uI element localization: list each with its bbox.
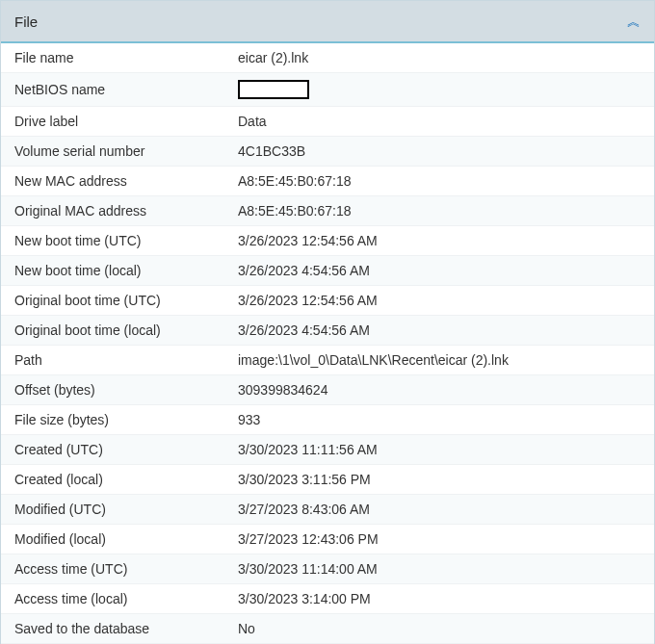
property-value: eicar (2).lnk (224, 43, 654, 72)
property-row: File size (bytes)933 (1, 405, 654, 435)
property-row: File nameeicar (2).lnk (1, 43, 654, 73)
property-label: Access time (local) (1, 584, 224, 613)
property-label: Original MAC address (1, 196, 224, 225)
property-value: A8:5E:45:B0:67:18 (224, 196, 654, 225)
property-value: 3/26/2023 12:54:56 AM (224, 286, 654, 315)
file-panel: File ︽ File nameeicar (2).lnkNetBIOS nam… (0, 0, 655, 644)
property-label: New boot time (UTC) (1, 226, 224, 255)
property-value: 3/30/2023 3:14:00 PM (224, 584, 654, 613)
collapse-icon[interactable]: ︽ (627, 14, 641, 28)
property-label: Created (local) (1, 465, 224, 494)
property-value: image:\1\vol_0\Data\LNK\Recent\eicar (2)… (224, 346, 654, 374)
property-label: Offset (bytes) (1, 375, 224, 404)
property-row: Modified (UTC)3/27/2023 8:43:06 AM (1, 495, 654, 525)
property-label: Volume serial number (1, 137, 224, 166)
panel-header[interactable]: File ︽ (1, 1, 654, 43)
redacted-box (238, 80, 309, 99)
property-label: Modified (local) (1, 525, 224, 554)
property-row: New boot time (UTC)3/26/2023 12:54:56 AM (1, 226, 654, 256)
property-value: 3/30/2023 11:14:00 AM (224, 554, 654, 583)
property-rows: File nameeicar (2).lnkNetBIOS nameDrive … (1, 43, 654, 644)
property-row: Saved to the databaseNo (1, 614, 654, 644)
property-label: New MAC address (1, 167, 224, 195)
property-value: A8:5E:45:B0:67:18 (224, 167, 654, 195)
property-label: File size (bytes) (1, 405, 224, 434)
property-row: Original boot time (UTC)3/26/2023 12:54:… (1, 286, 654, 316)
property-row: New MAC addressA8:5E:45:B0:67:18 (1, 167, 654, 196)
property-label: Saved to the database (1, 614, 224, 643)
property-label: Drive label (1, 107, 224, 136)
property-label: Original boot time (local) (1, 316, 224, 345)
property-row: Offset (bytes)309399834624 (1, 375, 654, 405)
property-label: Modified (UTC) (1, 495, 224, 524)
property-value: 3/26/2023 12:54:56 AM (224, 226, 654, 255)
property-label: Access time (UTC) (1, 554, 224, 583)
property-row: Created (local)3/30/2023 3:11:56 PM (1, 465, 654, 495)
property-row: Created (UTC)3/30/2023 11:11:56 AM (1, 435, 654, 465)
property-label: New boot time (local) (1, 256, 224, 285)
property-value: 933 (224, 405, 654, 434)
property-row: Modified (local)3/27/2023 12:43:06 PM (1, 525, 654, 554)
property-value (224, 73, 654, 106)
property-label: Original boot time (UTC) (1, 286, 224, 315)
property-value: 3/30/2023 11:11:56 AM (224, 435, 654, 464)
property-row: Drive labelData (1, 107, 654, 137)
property-value: 3/27/2023 8:43:06 AM (224, 495, 654, 524)
panel-title: File (14, 13, 38, 30)
property-row: Original MAC addressA8:5E:45:B0:67:18 (1, 196, 654, 226)
property-label: File name (1, 43, 224, 72)
property-row: Access time (UTC)3/30/2023 11:14:00 AM (1, 554, 654, 584)
property-row: New boot time (local)3/26/2023 4:54:56 A… (1, 256, 654, 286)
property-value: Data (224, 107, 654, 136)
property-label: Path (1, 346, 224, 374)
property-value: 3/26/2023 4:54:56 AM (224, 256, 654, 285)
property-row: Pathimage:\1\vol_0\Data\LNK\Recent\eicar… (1, 346, 654, 375)
property-value: 4C1BC33B (224, 137, 654, 166)
property-value: 3/26/2023 4:54:56 AM (224, 316, 654, 345)
property-value: No (224, 614, 654, 643)
property-value: 3/30/2023 3:11:56 PM (224, 465, 654, 494)
property-value: 3/27/2023 12:43:06 PM (224, 525, 654, 554)
property-label: Created (UTC) (1, 435, 224, 464)
property-row: Volume serial number4C1BC33B (1, 137, 654, 167)
property-row: Original boot time (local)3/26/2023 4:54… (1, 316, 654, 346)
property-label: NetBIOS name (1, 75, 224, 104)
property-value: 309399834624 (224, 375, 654, 404)
property-row: NetBIOS name (1, 73, 654, 107)
property-row: Access time (local)3/30/2023 3:14:00 PM (1, 584, 654, 614)
